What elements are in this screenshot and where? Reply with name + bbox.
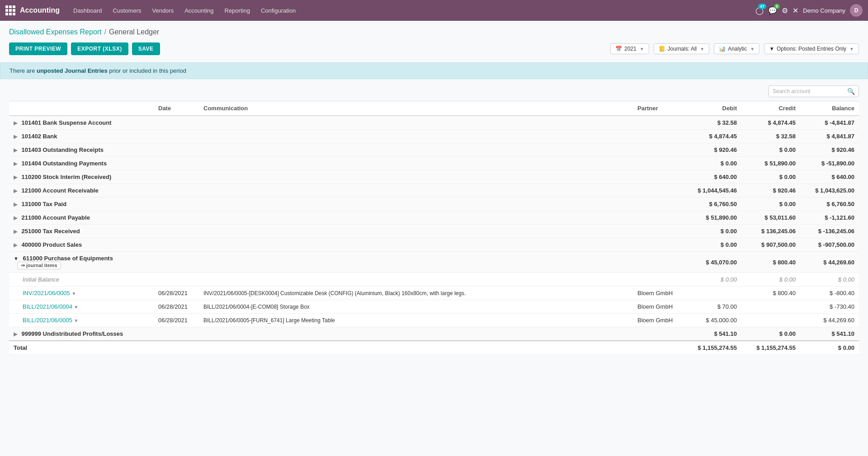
account-name-cell: Initial Balance [9,273,154,287]
debit-cell: $ 32.58 [683,116,741,130]
table-row[interactable]: ▶ 211000 Account Payable $ 51,890.00 $ 5… [9,211,859,225]
table-row: INV/2021/06/0005 ▼ 06/28/2021 INV/2021/0… [9,287,859,300]
ref-link[interactable]: BILL/2021/06/0005 ▼ [9,314,154,327]
partner-cell [633,184,683,197]
communication-cell [199,273,633,287]
partner-cell [633,170,683,184]
table-row: BILL/2021/06/0004 ▼ 06/28/2021 BILL/2021… [9,300,859,314]
communication-cell [199,143,633,157]
partner-cell [633,238,683,252]
balance-cell: $ -136,245.06 [800,225,859,238]
credit-cell: $ 0.00 [741,273,800,287]
expand-button[interactable]: ▶ [14,242,17,248]
table-row[interactable]: ▶ 110200 Stock Interim (Received) $ 640.… [9,170,859,184]
credit-cell: $ 907,500.00 [741,238,800,252]
breadcrumb-parent[interactable]: Disallowed Expenses Report [9,28,102,36]
table-row[interactable]: ▶ 101403 Outstanding Receipts $ 920.46 $… [9,143,859,157]
expand-button[interactable]: ▶ [14,202,17,207]
expand-button[interactable]: ▶ [14,174,17,180]
balance-cell: $ -51,890.00 [800,157,859,170]
info-banner: There are unposted Journal Entries prior… [0,62,868,79]
search-input[interactable] [773,88,844,94]
save-button[interactable]: SAVE [132,42,160,55]
apps-grid-icon[interactable] [5,5,15,15]
breadcrumb: Disallowed Expenses Report / General Led… [9,28,859,36]
table-row[interactable]: ▶ 400000 Product Sales $ 0.00 $ 907,500.… [9,238,859,252]
export-xlsx-button[interactable]: EXPORT (XLSX) [71,42,128,55]
balance-cell: $ 0.00 [800,273,859,287]
close-icon[interactable]: ✕ [793,6,798,15]
avatar[interactable]: D [850,4,863,17]
partner-cell [633,197,683,211]
company-name: Demo Company [803,7,845,14]
communication-cell: INV/2021/06/0005-[DESK0004] Customizable… [199,287,633,300]
table-row[interactable]: ▶ 101402 Bank $ 4,874.45 $ 32.58 $ 4,841… [9,130,859,143]
expand-button[interactable]: ▶ [14,134,17,140]
col-debit: Debit [683,101,741,116]
balance-cell: $ -800.40 [800,287,859,300]
table-row[interactable]: ▶ 131000 Tax Paid $ 6,760.50 $ 0.00 $ 6,… [9,197,859,211]
account-name-cell: ▼ 611000 Purchase of Equipments ⇒ journa… [9,252,154,273]
expand-button[interactable]: ▶ [14,188,17,194]
table-row[interactable]: ▶ 121000 Account Receivable $ 1,044,545.… [9,184,859,197]
options-filter[interactable]: ▼ Options: Posted Entries Only ▼ [764,43,859,54]
table-row: Initial Balance $ 0.00 $ 0.00 $ 0.00 [9,273,859,287]
messages-icon[interactable]: 💬 5 [768,6,777,15]
credit-cell [741,300,800,314]
expand-button[interactable]: ▶ [14,215,17,221]
journal-items-badge[interactable]: ⇒ journal items [17,262,61,269]
nav-dashboard[interactable]: Dashboard [69,5,107,16]
debit-cell: $ 45,070.00 [683,252,741,273]
communication-cell [199,170,633,184]
partner-cell [633,130,683,143]
expand-button[interactable]: ▶ [14,147,17,153]
settings-icon[interactable]: ⚙ [782,6,788,15]
table-row[interactable]: ▶ 999999 Undistributed Profits/Losses $ … [9,327,859,341]
banner-text-after: prior or included in this period [108,67,186,74]
expand-button[interactable]: ▶ [14,161,17,167]
analytic-filter[interactable]: 📊 Analytic ▼ [714,43,760,54]
top-nav-right: ◯ 47 💬 5 ⚙ ✕ Demo Company D [755,4,863,17]
nav-customers[interactable]: Customers [108,5,146,16]
credit-cell: $ 53,011.60 [741,211,800,225]
app-name: Accounting [20,6,60,14]
date-cell [154,143,199,157]
nav-configuration[interactable]: Configuration [256,5,300,16]
expand-button[interactable]: ▼ [14,256,19,261]
print-preview-button[interactable]: PRINT PREVIEW [9,42,67,55]
communication-cell [199,184,633,197]
journals-filter[interactable]: 📒 Journals: All ▼ [654,43,710,54]
messages-badge: 5 [774,4,780,9]
balance-cell: $ 44,269.60 [800,314,859,327]
filter-bar: 📅 2021 ▼ 📒 Journals: All ▼ 📊 Analytic ▼ … [610,43,859,54]
table-row[interactable]: ▶ 251000 Tax Received $ 0.00 $ 136,245.0… [9,225,859,238]
search-icon: 🔍 [847,88,855,95]
year-filter[interactable]: 📅 2021 ▼ [610,43,649,54]
date-cell: 06/28/2021 [154,300,199,314]
activity-badge: 47 [758,4,766,9]
nav-vendors[interactable]: Vendors [147,5,178,16]
ref-link[interactable]: INV/2021/06/0005 ▼ [9,287,154,300]
partner-cell [633,211,683,225]
table-row[interactable]: ▼ 611000 Purchase of Equipments ⇒ journa… [9,252,859,273]
table-row[interactable]: ▶ 101404 Outstanding Payments $ 0.00 $ 5… [9,157,859,170]
expand-button[interactable]: ▶ [14,229,17,235]
partner-cell [633,143,683,157]
partner-cell [633,273,683,287]
date-cell [154,327,199,341]
table-row[interactable]: ▶ 101401 Bank Suspense Account $ 32.58 $… [9,116,859,130]
col-credit: Credit [741,101,800,116]
total-balance: $ 0.00 [800,341,859,355]
ref-link[interactable]: BILL/2021/06/0004 ▼ [9,300,154,314]
debit-cell: $ 6,760.50 [683,197,741,211]
journals-filter-label: Journals: All [668,46,697,52]
expand-button[interactable]: ▶ [14,120,17,126]
communication-cell [199,116,633,130]
nav-reporting[interactable]: Reporting [220,5,255,16]
balance-cell: $ -4,841.87 [800,116,859,130]
communication-cell: BILL/2021/06/0005-[FURN_6741] Large Meet… [199,314,633,327]
nav-accounting[interactable]: Accounting [180,5,218,16]
activity-icon[interactable]: ◯ 47 [755,6,764,15]
partner-cell [633,252,683,273]
expand-button[interactable]: ▶ [14,331,17,337]
